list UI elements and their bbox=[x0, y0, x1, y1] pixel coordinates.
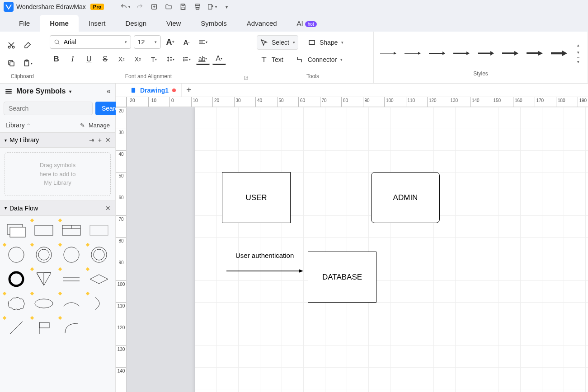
close-icon[interactable]: ✕ bbox=[105, 136, 111, 144]
shape-admin[interactable]: ADMIN bbox=[371, 172, 440, 223]
symbol-table[interactable] bbox=[60, 220, 83, 240]
search-input[interactable] bbox=[4, 102, 93, 115]
align-button[interactable]: ▾ bbox=[196, 35, 210, 49]
menu-symbols[interactable]: Symbols bbox=[191, 15, 237, 32]
menu-file[interactable]: File bbox=[9, 15, 40, 32]
qat-more-button[interactable]: ▾ bbox=[221, 2, 231, 12]
svg-point-14 bbox=[183, 59, 184, 60]
line-style-5[interactable] bbox=[478, 49, 494, 58]
bold-button[interactable]: B bbox=[50, 52, 63, 66]
menu-home[interactable]: Home bbox=[40, 15, 79, 32]
text-tool[interactable]: Text bbox=[257, 52, 287, 67]
highlight-button[interactable]: ab▾ bbox=[196, 53, 210, 65]
add-tab-button[interactable]: + bbox=[182, 85, 196, 95]
canvas-page[interactable]: USER ADMIN DATABASE User authentication bbox=[195, 107, 588, 392]
symbol-rect[interactable] bbox=[32, 220, 55, 240]
symbol-ellipse[interactable] bbox=[32, 294, 55, 313]
select-tool[interactable]: Select▾ bbox=[257, 35, 298, 50]
styles-scroll[interactable]: ▴▾▾ bbox=[575, 43, 581, 64]
shape-user[interactable]: USER bbox=[222, 172, 291, 223]
svg-marker-18 bbox=[394, 52, 396, 55]
ruler-corner bbox=[116, 97, 127, 107]
underline-button[interactable]: U bbox=[82, 52, 96, 66]
font-launcher[interactable]: ◲ bbox=[244, 75, 248, 80]
line-style-4[interactable] bbox=[453, 49, 470, 58]
symbol-flag[interactable] bbox=[32, 318, 55, 338]
symbol-circle[interactable] bbox=[5, 245, 28, 265]
menu-ai[interactable]: AIhot bbox=[287, 15, 327, 32]
svg-point-45 bbox=[38, 249, 49, 260]
line-style-3[interactable] bbox=[429, 49, 445, 58]
symbol-circle2[interactable] bbox=[60, 245, 83, 265]
shape-tool[interactable]: Shape▾ bbox=[305, 35, 347, 50]
symbol-lines[interactable] bbox=[60, 269, 83, 289]
svg-marker-20 bbox=[418, 52, 421, 55]
menu-design[interactable]: Design bbox=[115, 15, 156, 32]
data-flow-section[interactable]: ▾ Data Flow ✕ bbox=[0, 201, 115, 216]
my-library-section[interactable]: ▾ My Library ⇥ + ✕ bbox=[0, 132, 115, 148]
import-icon[interactable]: ⇥ bbox=[89, 136, 94, 144]
font-size-select[interactable]: 12▾ bbox=[134, 35, 161, 49]
ruler-horizontal[interactable]: -20-100102030405060708090100110120130140… bbox=[127, 97, 588, 107]
svg-rect-16 bbox=[309, 41, 315, 45]
arrow-connector[interactable] bbox=[226, 269, 303, 273]
line-style-7[interactable] bbox=[527, 49, 543, 58]
symbol-curve[interactable] bbox=[60, 318, 83, 338]
connector-tool[interactable]: Connector▾ bbox=[293, 52, 346, 67]
line-style-1[interactable] bbox=[380, 49, 396, 58]
menu-insert[interactable]: Insert bbox=[79, 15, 116, 32]
paste-button[interactable]: ▾ bbox=[21, 56, 34, 70]
symbol-rect2[interactable] bbox=[88, 220, 111, 240]
symbol-boldcircle[interactable] bbox=[5, 269, 28, 289]
format-painter-button[interactable] bbox=[21, 38, 34, 52]
quick-access-toolbar: ▾ ▾ ▾ bbox=[120, 2, 231, 12]
drop-zone[interactable]: Drag symbols here to add to My Library bbox=[5, 152, 111, 196]
manage-button[interactable]: ✎ Manage bbox=[80, 122, 110, 129]
symbol-line[interactable] bbox=[5, 318, 28, 338]
grow-font-button[interactable]: A+ bbox=[164, 35, 177, 49]
svg-marker-26 bbox=[490, 51, 494, 56]
strikethrough-button[interactable]: S bbox=[99, 52, 112, 66]
styles-label: Styles bbox=[380, 70, 581, 79]
line-style-6[interactable] bbox=[502, 49, 518, 58]
new-button[interactable] bbox=[149, 2, 159, 12]
save-button[interactable] bbox=[178, 2, 188, 12]
open-button[interactable] bbox=[164, 2, 174, 12]
ribbon: ▾ Clipboard Arial▾ 12▾ A+ A- ▾ B I U S bbox=[0, 32, 588, 84]
redo-button[interactable] bbox=[135, 2, 145, 12]
symbol-cloud[interactable] bbox=[5, 294, 28, 313]
ruler-vertical[interactable]: 2030405060708090100110120130140 bbox=[116, 107, 127, 392]
export-button[interactable]: ▾ bbox=[207, 2, 217, 12]
arrow-label[interactable]: User authentication bbox=[235, 252, 294, 259]
print-button[interactable] bbox=[193, 2, 202, 12]
italic-button[interactable]: I bbox=[66, 52, 80, 66]
symbol-diamond[interactable] bbox=[88, 269, 111, 289]
symbol-arc-right[interactable] bbox=[88, 294, 111, 313]
line-spacing-button[interactable]: ▾ bbox=[164, 52, 177, 66]
close-icon[interactable]: ✕ bbox=[105, 205, 111, 212]
font-family-select[interactable]: Arial▾ bbox=[50, 35, 131, 49]
font-color-button[interactable]: A▾ bbox=[212, 53, 226, 65]
symbol-triangle[interactable] bbox=[32, 269, 55, 289]
undo-button[interactable]: ▾ bbox=[120, 2, 130, 12]
menu-advanced[interactable]: Advanced bbox=[237, 15, 287, 32]
collapse-sidebar-button[interactable]: « bbox=[107, 87, 111, 95]
tab-drawing1[interactable]: Drawing1 bbox=[125, 84, 182, 97]
shrink-font-button[interactable]: A- bbox=[180, 35, 193, 49]
symbol-pages[interactable] bbox=[5, 220, 28, 240]
subscript-button[interactable]: X2 bbox=[131, 52, 145, 66]
cut-button[interactable] bbox=[5, 38, 18, 52]
symbol-dblcircle2[interactable] bbox=[88, 245, 111, 265]
ribbon-group-font: Arial▾ 12▾ A+ A- ▾ B I U S X2 X2 T▾ ▾ ▾ … bbox=[45, 32, 252, 83]
symbol-arc-down[interactable] bbox=[60, 294, 83, 313]
superscript-button[interactable]: X2 bbox=[115, 52, 128, 66]
menu-view[interactable]: View bbox=[156, 15, 191, 32]
bullets-button[interactable]: ▾ bbox=[180, 52, 193, 66]
text-case-button[interactable]: T▾ bbox=[147, 52, 161, 66]
shape-database[interactable]: DATABASE bbox=[308, 252, 376, 303]
add-icon[interactable]: + bbox=[98, 136, 102, 144]
copy-button[interactable] bbox=[5, 56, 18, 70]
line-style-2[interactable] bbox=[405, 49, 421, 58]
symbol-dblcircle[interactable] bbox=[32, 245, 55, 265]
line-style-8[interactable] bbox=[551, 49, 567, 58]
